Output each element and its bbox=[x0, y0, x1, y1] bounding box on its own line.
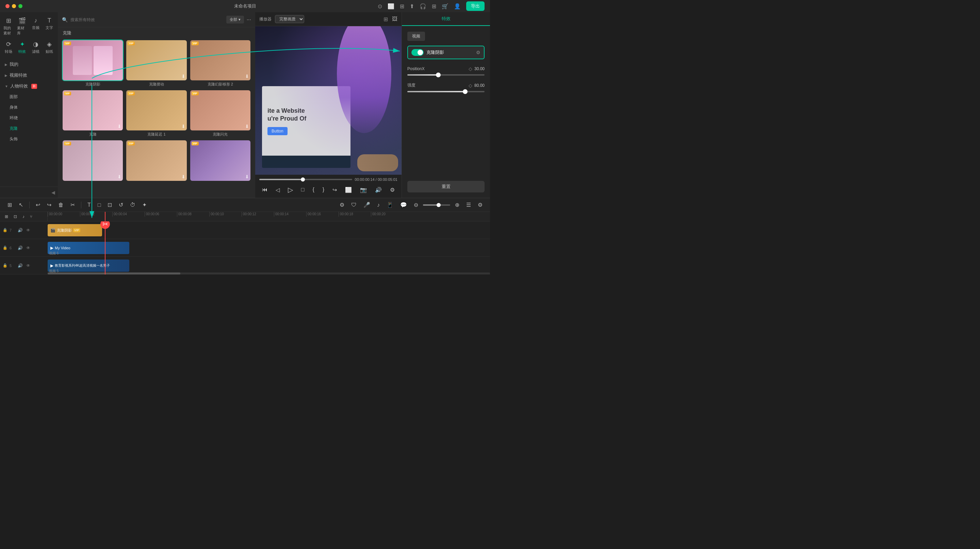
filter-button[interactable]: 全部 ▾ bbox=[226, 16, 244, 24]
mic-button[interactable]: 🎤 bbox=[361, 200, 372, 209]
nav-tab-sticker[interactable]: ◈ 贴纸 bbox=[43, 38, 56, 56]
user-icon[interactable]: 👤 bbox=[454, 3, 461, 10]
sidebar-item-face[interactable]: 面部 bbox=[0, 92, 58, 102]
grid-view-button[interactable]: ☰ bbox=[464, 200, 473, 209]
sidebar-item-character-effects[interactable]: ▼ 人物特效 新 bbox=[0, 81, 58, 92]
keyframe-icon[interactable]: ◇ bbox=[469, 66, 472, 72]
sidebar-item-body[interactable]: 身体 bbox=[0, 102, 58, 113]
screen-record-button[interactable]: 📱 bbox=[385, 200, 395, 209]
param-slider-intensity[interactable] bbox=[407, 91, 485, 92]
quality-select[interactable]: 完整画质 bbox=[275, 15, 304, 23]
text-tool-button[interactable]: T bbox=[86, 201, 93, 209]
effect-item-clone-transform[interactable]: VIP ⬇ 克隆幻影移形 2 bbox=[190, 40, 250, 87]
image-icon[interactable]: 🖼 bbox=[392, 16, 398, 22]
nav-tab-material[interactable]: 🎬 素材库 bbox=[16, 15, 29, 38]
track-speaker-button-5[interactable]: 🔊 bbox=[17, 263, 24, 269]
settings-button[interactable]: ⚙ bbox=[388, 185, 396, 195]
track-eye-button-6[interactable]: 👁 bbox=[25, 245, 31, 251]
effect-item-clone-delay[interactable]: VIP ⬇ 克隆延迟 1 bbox=[126, 90, 186, 137]
pip-button[interactable]: ⊡ bbox=[105, 200, 114, 209]
nav-tab-audio[interactable]: ♪ 音频 bbox=[29, 15, 42, 38]
maximize-button[interactable] bbox=[18, 4, 22, 8]
sidebar-item-clone[interactable]: 克隆 bbox=[0, 123, 58, 134]
record-icon[interactable]: ⊙ bbox=[378, 3, 382, 10]
effect-item-clone-shadow[interactable]: VIP 克隆阴影 bbox=[63, 40, 123, 87]
sidebar-item-surround[interactable]: 环绕 bbox=[0, 113, 58, 123]
add-track-button[interactable]: ⊞ bbox=[5, 200, 14, 209]
track-speaker-button-7[interactable]: 🔊 bbox=[17, 227, 24, 233]
nav-tab-filter[interactable]: ◑ 滤镜 bbox=[29, 38, 42, 56]
effect-item-clone-shake[interactable]: VIP ⬇ 克隆摆动 bbox=[126, 40, 186, 87]
play-button[interactable]: ▷ bbox=[286, 184, 294, 195]
settings-layout-button[interactable]: ⚙ bbox=[476, 200, 485, 209]
effect-item-7[interactable]: VIP ⬇ bbox=[63, 140, 123, 182]
right-panel-tab-effects[interactable]: 特效 bbox=[402, 12, 490, 26]
add-track-type-button[interactable]: ⊞ bbox=[3, 213, 10, 220]
track-content-7[interactable]: 🎬 克隆阴影 VIP ✂ bbox=[48, 221, 490, 239]
effects-tool-button[interactable]: ✦ bbox=[140, 200, 149, 209]
timer-button[interactable]: ⏱ bbox=[128, 201, 137, 209]
zoom-thumb[interactable] bbox=[437, 203, 441, 207]
nav-tab-effects[interactable]: ✦ 特效 bbox=[16, 38, 29, 56]
mark-in-button[interactable]: { bbox=[311, 185, 315, 194]
caption-button[interactable]: 💬 bbox=[398, 200, 409, 209]
effect-toggle-switch[interactable] bbox=[411, 49, 424, 56]
minimize-button[interactable] bbox=[12, 4, 16, 8]
layout-icon[interactable]: ⊞ bbox=[400, 3, 404, 10]
magnet-button[interactable]: ↖ bbox=[17, 200, 25, 209]
undo-button[interactable]: ↩ bbox=[34, 200, 42, 209]
insert-button[interactable]: ↪ bbox=[331, 185, 338, 195]
fork-button[interactable]: ⑂ bbox=[28, 213, 34, 220]
effect-item-9[interactable]: VIP ⬇ bbox=[190, 140, 250, 182]
audio-button[interactable]: 🔊 bbox=[374, 185, 383, 195]
slider-thumb[interactable] bbox=[463, 89, 468, 94]
track-content-6[interactable]: ▶ My Video 视频 6 bbox=[48, 239, 490, 257]
sub-tab-video[interactable]: 视频 bbox=[407, 32, 425, 41]
track-speaker-button-6[interactable]: 🔊 bbox=[17, 245, 24, 251]
slider-thumb[interactable] bbox=[436, 73, 441, 77]
delete-button[interactable]: 🗑 bbox=[56, 201, 66, 209]
upload-icon[interactable]: ⬆ bbox=[410, 3, 414, 10]
close-button[interactable] bbox=[5, 4, 10, 8]
audio-track-button[interactable]: ♪ bbox=[21, 213, 27, 220]
slider-track[interactable] bbox=[259, 179, 352, 180]
sidebar-collapse-button[interactable]: ◀ bbox=[51, 190, 55, 195]
redo-button[interactable]: ↪ bbox=[45, 200, 53, 209]
nav-tab-transition[interactable]: ⟳ 转场 bbox=[2, 38, 15, 56]
cart-icon[interactable]: 🛒 bbox=[442, 3, 449, 10]
keyframe-icon[interactable]: ◇ bbox=[469, 83, 472, 88]
search-input[interactable] bbox=[70, 18, 224, 22]
crop-button[interactable]: □ bbox=[95, 201, 103, 209]
timeline-scrollbar[interactable] bbox=[48, 273, 490, 274]
rotate-button[interactable]: ↺ bbox=[117, 200, 125, 209]
sidebar-item-my[interactable]: ▶ 我的 bbox=[0, 59, 58, 70]
zoom-slider[interactable] bbox=[423, 204, 450, 206]
zoom-in-button[interactable]: ⊕ bbox=[453, 200, 461, 209]
export-button[interactable]: 导出 bbox=[466, 2, 485, 11]
param-slider-positionx[interactable] bbox=[407, 74, 485, 76]
step-back-button[interactable]: ⏮ bbox=[261, 185, 269, 194]
monitor-icon[interactable]: ⬜ bbox=[388, 3, 395, 10]
effect-item-clone-flash[interactable]: VIP ⬇ 克隆闪光 bbox=[190, 90, 250, 137]
curve-button[interactable]: ⚙ bbox=[337, 200, 347, 209]
main-track-button[interactable]: ⊡ bbox=[11, 213, 19, 220]
effect-settings-icon[interactable]: ⚙ bbox=[476, 50, 480, 55]
grid-view-icon[interactable]: ⊞ bbox=[383, 16, 388, 22]
grid-icon[interactable]: ⊞ bbox=[432, 3, 436, 10]
camera-button[interactable]: 📷 bbox=[359, 185, 368, 195]
track-eye-button-5[interactable]: 👁 bbox=[25, 263, 31, 269]
reset-button[interactable]: 重置 bbox=[407, 181, 485, 192]
cut-button[interactable]: ✂ bbox=[68, 200, 77, 209]
scrollbar-thumb[interactable] bbox=[48, 273, 180, 274]
zoom-out-button[interactable]: ⊖ bbox=[412, 200, 420, 209]
stop-button[interactable]: □ bbox=[300, 185, 306, 194]
headphone-icon[interactable]: 🎧 bbox=[420, 3, 426, 10]
track-eye-button-7[interactable]: 👁 bbox=[25, 227, 31, 233]
sidebar-item-video-effects[interactable]: ▶ 视频特效 bbox=[0, 70, 58, 81]
music-button[interactable]: ♪ bbox=[375, 201, 382, 209]
effect-item-8[interactable]: VIP ⬇ bbox=[126, 140, 186, 182]
track-content-5[interactable]: ▶ 教育影视系列4K超高清视频一名男子 视频 5 bbox=[48, 257, 490, 274]
nav-tab-text[interactable]: T 文字 bbox=[43, 15, 56, 38]
screen-button[interactable]: ⬜ bbox=[344, 185, 353, 195]
more-button[interactable]: ··· bbox=[247, 17, 251, 23]
